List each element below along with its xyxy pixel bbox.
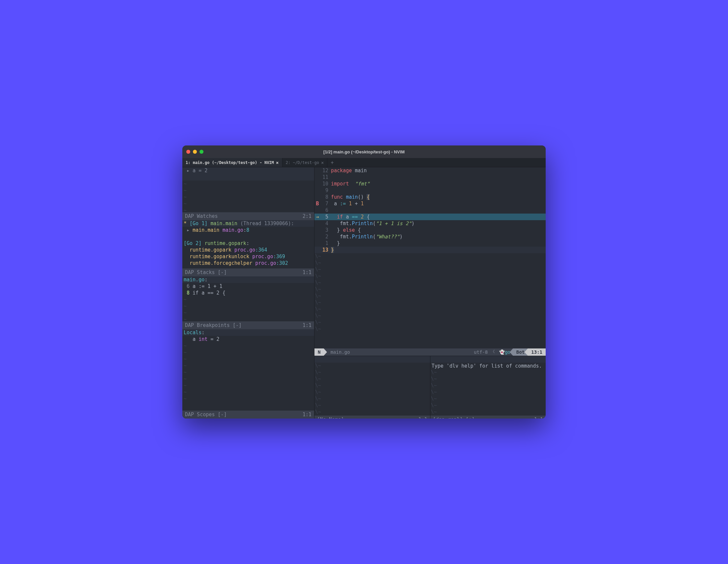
dap-stacks-panel[interactable]: * [Go 1] main.main (Thread 13390066): ▸ … xyxy=(182,220,314,276)
watch-item: ▸ a = 2 xyxy=(184,168,207,173)
tab-2[interactable]: 2: ~/D/test-go × xyxy=(282,158,328,167)
titlebar: [1/2] main.go (~/Desktop/test-go) - NVIM xyxy=(182,145,546,158)
panel-statusline: [dap-repl] [+] 1:1 xyxy=(430,416,546,419)
code-editor[interactable]: 12package main 11 10import "fmt" 9 8func… xyxy=(314,167,546,356)
cursor-position: 13:1 xyxy=(528,349,546,356)
panel-title: DAP Scopes [-] xyxy=(185,411,227,418)
close-icon[interactable]: × xyxy=(321,160,324,165)
panel-title: DAP Stacks [-] xyxy=(185,269,227,276)
dap-watches-panel[interactable]: ▸ a = 2 ~~~~~ DAP Watches 2:1 xyxy=(182,167,314,220)
filename: main.go xyxy=(324,349,470,356)
cursor-pos: 1:1 xyxy=(418,416,427,419)
dap-breakpoints-panel[interactable]: main.go: 6 a := 1 + 1 8 if a == 2 { ~~~~… xyxy=(182,276,314,329)
cursor-pos: 1:1 xyxy=(303,269,311,276)
repl-help-text: Type 'dlv help' for list of commands. xyxy=(430,363,546,369)
ghost-icon: 👻 xyxy=(499,350,505,355)
panel-statusline: [No Name] 1:1 xyxy=(314,416,430,419)
tab-label: 2: ~/D/test-go xyxy=(286,160,319,165)
bottom-splits: \~\~\~\~\~\~\~\~ [No Name] 1:1 Type 'dlv… xyxy=(314,356,546,419)
current-line-icon: → xyxy=(314,213,320,220)
panel-statusline: DAP Scopes [-] 1:1 xyxy=(182,411,314,419)
maximize-icon[interactable] xyxy=(200,150,203,154)
statusline: N main.go utf-8 ❮ 👻 go Bot 13:1 xyxy=(314,349,546,356)
panel-title: DAP Breakpoints [-] xyxy=(185,322,242,329)
dap-repl-split[interactable]: Type 'dlv help' for list of commands. \~… xyxy=(430,356,546,419)
add-tab-button[interactable]: + xyxy=(327,158,337,167)
minimize-icon[interactable] xyxy=(193,150,197,154)
cursor-pos: 2:1 xyxy=(303,213,311,219)
panel-statusline: DAP Watches 2:1 xyxy=(182,212,314,220)
dap-scopes-panel[interactable]: Locals: a int = 2 ~~~~~~~~~ DAP Scopes [… xyxy=(182,329,314,419)
cursor-pos: 1:1 xyxy=(534,416,543,419)
close-icon[interactable]: × xyxy=(276,160,278,165)
noname-split[interactable]: \~\~\~\~\~\~\~\~ [No Name] 1:1 xyxy=(314,356,430,419)
tab-label: 1: main.go (~/Desktop/test-go) - NVIM xyxy=(186,160,274,165)
panel-title: [No Name] xyxy=(317,416,344,419)
panel-statusline: DAP Stacks [-] 1:1 xyxy=(182,268,314,276)
tab-bar: 1: main.go (~/Desktop/test-go) - NVIM × … xyxy=(182,158,546,167)
panel-title: [dap-repl] [+] xyxy=(433,416,475,419)
tab-1[interactable]: 1: main.go (~/Desktop/test-go) - NVIM × xyxy=(182,158,282,167)
cursor-pos: 1:1 xyxy=(303,411,311,418)
cursor-pos: 1:1 xyxy=(303,322,311,329)
panel-statusline: DAP Breakpoints [-] 1:1 xyxy=(182,321,314,329)
close-icon[interactable] xyxy=(186,150,190,154)
terminal-window: [1/2] main.go (~/Desktop/test-go) - NVIM… xyxy=(182,145,546,419)
panel-title: DAP Watches xyxy=(185,213,218,219)
mode-indicator: N xyxy=(314,349,324,356)
right-pane: 12package main 11 10import "fmt" 9 8func… xyxy=(314,167,546,419)
breakpoint-icon[interactable]: B xyxy=(314,200,320,207)
window-title: [1/2] main.go (~/Desktop/test-go) - NVIM xyxy=(323,149,405,154)
encoding: utf-8 xyxy=(471,349,491,356)
left-pane: ▸ a = 2 ~~~~~ DAP Watches 2:1 * [Go 1] m… xyxy=(182,167,314,419)
editor-area: ▸ a = 2 ~~~~~ DAP Watches 2:1 * [Go 1] m… xyxy=(182,167,546,419)
traffic-lights xyxy=(186,150,203,154)
